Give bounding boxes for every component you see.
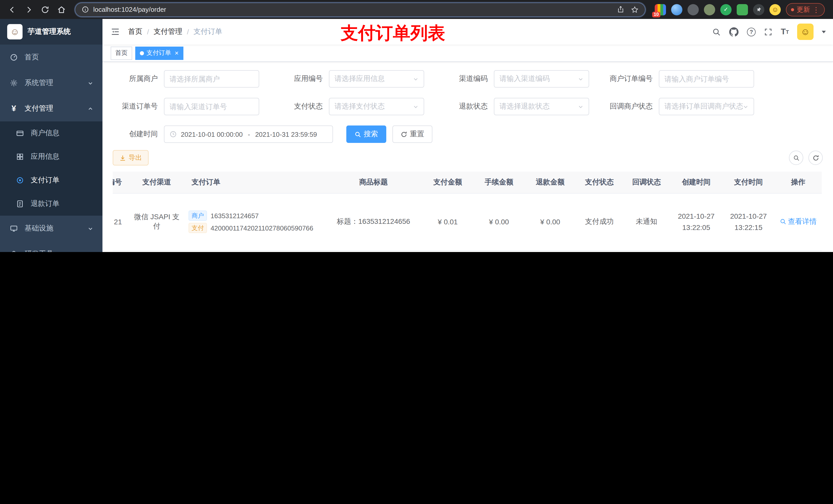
close-icon[interactable]: ×	[175, 50, 178, 56]
sidebar-item-devtools[interactable]: 研发工具	[0, 241, 102, 252]
sidebar-item-pay-order[interactable]: 支付订单	[0, 169, 102, 192]
breadcrumb-separator: /	[147, 28, 149, 36]
pay-tag: 支付	[189, 223, 207, 233]
reload-icon[interactable]	[38, 2, 52, 17]
browser-chrome: localhost:1024/pay/order 10 ✓ ☺	[0, 0, 833, 19]
product-title: 标题：1635312124656	[325, 193, 422, 250]
tab-pay-order[interactable]: 支付订单 ×	[135, 46, 183, 60]
orders-table-container: 编号 支付渠道 支付订单 商品标题 支付金额 手续金额 退款金额 支付状态 回调…	[113, 172, 823, 252]
update-button[interactable]: 更新 ⋮	[786, 3, 825, 16]
share-icon[interactable]	[617, 6, 624, 13]
github-icon[interactable]	[729, 27, 739, 37]
user-dropdown-caret-icon[interactable]	[822, 30, 826, 33]
sidebar-item-label: 首页	[25, 53, 39, 62]
merchant-input[interactable]	[164, 70, 259, 88]
channel-code-select[interactable]: 请输入渠道编码	[494, 70, 589, 88]
app-logo-row[interactable]: ☺ 芋道管理系统	[0, 19, 102, 45]
user-avatar[interactable]: ☺	[797, 24, 813, 40]
yen-icon: ¥	[9, 104, 19, 113]
page-content: 所属商户 应用编号 请选择应用信息 渠道编码 请输入渠道编码	[102, 62, 833, 252]
back-icon[interactable]	[5, 2, 20, 17]
chevron-down-icon	[578, 76, 584, 82]
pay-time: 2021-10-2713:19:15	[722, 250, 775, 252]
site-info-icon[interactable]	[81, 6, 89, 13]
toggle-search-icon[interactable]	[789, 150, 803, 165]
col-title: 商品标题	[325, 172, 422, 193]
breadcrumb-current: 支付订单	[194, 27, 222, 37]
home-icon[interactable]	[54, 2, 69, 17]
gear-icon	[9, 79, 19, 87]
col-fee: 手续金额	[473, 172, 525, 193]
help-icon[interactable]: ?	[747, 27, 756, 36]
dashboard-icon	[9, 53, 19, 62]
sidebar-item-payment[interactable]: ¥ 支付管理	[0, 96, 102, 121]
breadcrumb-payment[interactable]: 支付管理	[154, 27, 182, 37]
screen: localhost:1024/pay/order 10 ✓ ☺	[0, 0, 833, 252]
date-range-picker[interactable]: 2021-10-01 00:00:00 - 2021-10-31 23:59:5…	[164, 125, 333, 143]
sidebar-toggle-icon[interactable]	[102, 19, 128, 45]
sidebar-item-home[interactable]: 首页	[0, 45, 102, 70]
extension-stats-icon[interactable]: 10	[655, 4, 666, 15]
extension-olive-icon[interactable]	[704, 4, 715, 15]
create-time: 2021-10-2713:19:09	[670, 250, 722, 252]
notify-status-select[interactable]: 请选择订单回调商户状态	[659, 98, 754, 115]
address-bar[interactable]: localhost:1024/pay/order	[75, 2, 645, 17]
chevron-down-icon	[88, 251, 93, 252]
search-icon[interactable]	[712, 27, 721, 36]
forward-icon[interactable]	[22, 2, 36, 17]
filter-merchant-order-no: 商户订单编号	[608, 70, 754, 88]
refund-amount: ¥ 0.00	[525, 193, 576, 250]
filter-channel-order-no: 渠道订单号	[113, 98, 259, 115]
extension-chat-icon[interactable]	[737, 4, 748, 15]
font-size-icon[interactable]: TT	[781, 27, 789, 37]
sidebar-item-system[interactable]: 系统管理	[0, 70, 102, 96]
refund-amount: ¥ 0.00	[525, 250, 576, 252]
extension-check-icon[interactable]: ✓	[720, 4, 732, 15]
app-select[interactable]: 请选择应用信息	[329, 70, 424, 88]
date-end: 2021-10-31 23:59:59	[255, 130, 317, 138]
record-icon	[15, 176, 25, 184]
filter-label: 应用编号	[278, 74, 329, 83]
export-button[interactable]: 导出	[113, 150, 148, 165]
pay-status-select[interactable]: 请选择支付状态	[329, 98, 424, 115]
sidebar-item-refund-order[interactable]: 退款订单	[0, 192, 102, 216]
extensions-puzzle-icon[interactable]	[753, 4, 764, 15]
merchant-tag: 商户	[189, 211, 207, 221]
col-order: 支付订单	[186, 172, 325, 193]
col-create-time: 创建时间	[670, 172, 722, 193]
fullscreen-icon[interactable]	[764, 27, 772, 36]
channel-order-no-input[interactable]	[164, 98, 259, 115]
filter-merchant: 所属商户	[113, 70, 259, 88]
extensions-row: 10 ✓ ☺ 更新 ⋮	[652, 3, 828, 16]
merchant-order-no-input[interactable]	[659, 70, 754, 88]
tags-view: 首页 支付订单 ×	[102, 45, 833, 62]
sidebar-item-label: 退款订单	[31, 199, 60, 209]
filter-channel-code: 渠道编码 请输入渠道编码	[443, 70, 589, 88]
extension-drop-icon[interactable]	[671, 4, 682, 15]
search-button[interactable]: 搜索	[346, 125, 386, 143]
breadcrumb-separator: /	[187, 28, 189, 36]
bookmark-star-icon[interactable]	[630, 5, 639, 14]
sidebar-item-infra[interactable]: 基础设施	[0, 216, 102, 241]
sidebar-item-merchant-info[interactable]: 商户信息	[0, 121, 102, 145]
notify-status: 未通知	[623, 250, 670, 252]
refund-status-select[interactable]: 请选择退款状态	[494, 98, 589, 115]
view-detail-link[interactable]: 查看详情	[780, 217, 817, 226]
refresh-icon[interactable]	[808, 150, 823, 165]
pay-channel: 微信 JSAPI 支付	[128, 250, 186, 252]
breadcrumb-home[interactable]: 首页	[128, 27, 142, 37]
date-start: 2021-10-01 00:00:00	[181, 130, 243, 138]
sidebar-item-label: 系统管理	[25, 78, 53, 88]
profile-avatar[interactable]: ☺	[769, 4, 781, 15]
pay-amount: ¥ 0.01	[422, 250, 473, 252]
chevron-down-icon	[88, 80, 93, 86]
reset-button[interactable]: 重置	[392, 125, 432, 143]
tab-home[interactable]: 首页	[111, 46, 132, 60]
sidebar-item-app-info[interactable]: 应用信息	[0, 145, 102, 169]
url-text[interactable]: localhost:1024/pay/order	[93, 6, 166, 13]
filter-app-no: 应用编号 请选择应用信息	[278, 70, 424, 88]
pay-time: 2021-10-2713:22:15	[722, 193, 775, 250]
extension-gray-icon[interactable]	[688, 4, 699, 15]
browser-menu-icon[interactable]: ⋮	[812, 5, 820, 14]
update-dot-icon	[791, 8, 794, 11]
